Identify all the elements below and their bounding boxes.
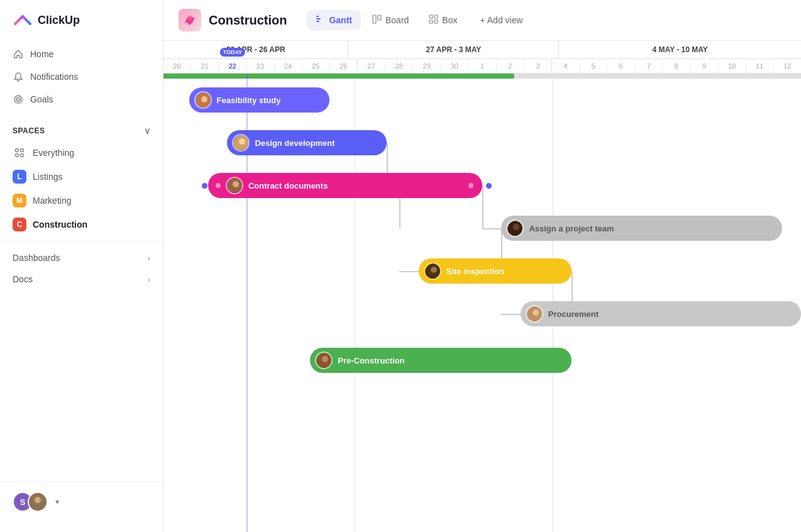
user-avatar-stack[interactable]: S bbox=[13, 492, 48, 512]
logo-area[interactable]: ClickUp bbox=[0, 10, 163, 43]
sidebar-item-construction[interactable]: C Construction bbox=[0, 213, 163, 236]
sidebar-item-marketing[interactable]: M Marketing bbox=[0, 189, 163, 213]
bar-design-avatar bbox=[232, 134, 250, 152]
sidebar-item-everything[interactable]: Everything bbox=[0, 141, 163, 165]
day-9: 9 bbox=[690, 59, 718, 73]
connector-h-procurement bbox=[501, 314, 520, 315]
bar-procurement[interactable]: Procurement bbox=[521, 301, 801, 326]
today-label: TODAY bbox=[220, 48, 246, 57]
svg-point-3 bbox=[16, 149, 19, 152]
spaces-section-header[interactable]: Spaces ∨ bbox=[0, 121, 163, 141]
bar-preconstruction-label: Pre-Construction bbox=[338, 356, 404, 365]
box-icon bbox=[429, 14, 438, 26]
svg-rect-12 bbox=[316, 21, 319, 22]
gantt-row-feasibility: Feasibility study bbox=[163, 79, 801, 121]
svg-rect-11 bbox=[316, 18, 321, 19]
bell-icon bbox=[13, 71, 24, 82]
day-7: 7 bbox=[635, 59, 663, 73]
project-title: Construction bbox=[209, 13, 287, 28]
spaces-chevron-icon: ∨ bbox=[144, 126, 151, 136]
tab-board[interactable]: Board bbox=[363, 10, 417, 30]
connector-h-site bbox=[399, 271, 418, 272]
bar-contract-label: Contract documents bbox=[248, 181, 328, 191]
bar-preconstruction[interactable]: Pre-Construction bbox=[310, 348, 572, 373]
sidebar-item-listings[interactable]: L Listings bbox=[0, 165, 163, 189]
svg-point-24 bbox=[233, 181, 239, 187]
svg-point-30 bbox=[533, 309, 539, 316]
gantt-row-procurement: Procurement bbox=[163, 292, 801, 335]
connector-h-assign bbox=[482, 228, 501, 230]
nav-notifications-label: Notifications bbox=[30, 72, 78, 82]
nav-home-label: Home bbox=[30, 49, 53, 59]
bar-contract-dot-right bbox=[486, 183, 492, 189]
nav-home[interactable]: Home bbox=[5, 43, 158, 65]
day-22-today: 22 TODAY bbox=[219, 59, 246, 73]
sidebar-extra-sections: Dashboards › Docs › bbox=[0, 241, 163, 290]
sidebar-bottom: S ▾ bbox=[0, 481, 163, 522]
gantt-body: Feasibility study Design development bbox=[163, 79, 801, 532]
bar-contract-avatar bbox=[226, 177, 243, 194]
construction-dot: C bbox=[13, 218, 26, 231]
bar-design[interactable]: Design development bbox=[227, 130, 387, 155]
svg-point-5 bbox=[16, 154, 19, 157]
day-8: 8 bbox=[663, 59, 690, 73]
progress-bar-fill bbox=[163, 74, 514, 79]
bar-site-label: Site inspection bbox=[446, 267, 504, 276]
day-5: 5 bbox=[580, 59, 607, 73]
main-content: Construction Gantt bbox=[163, 0, 801, 532]
tab-box[interactable]: Box bbox=[420, 10, 466, 30]
bar-assign[interactable]: Assign a project team bbox=[501, 216, 782, 241]
sidebar-item-construction-label: Construction bbox=[33, 219, 87, 230]
tab-box-label: Box bbox=[442, 15, 457, 25]
svg-point-2 bbox=[18, 99, 19, 100]
sidebar-item-marketing-label: Marketing bbox=[33, 196, 71, 206]
sidebar-item-everything-label: Everything bbox=[33, 148, 74, 158]
svg-point-32 bbox=[322, 356, 328, 362]
bar-contract-dot-left bbox=[202, 183, 207, 189]
bar-feasibility[interactable]: Feasibility study bbox=[189, 87, 329, 113]
day-25: 25 bbox=[302, 59, 330, 73]
dashboards-chevron-icon: › bbox=[148, 253, 150, 263]
bar-contract-handle-left bbox=[216, 183, 221, 188]
user-dropdown-icon[interactable]: ▾ bbox=[55, 497, 59, 506]
bar-contract[interactable]: Contract documents bbox=[208, 173, 482, 198]
gantt-row-site: Site inspection bbox=[163, 250, 801, 292]
gantt-period-row: 20 APR - 26 APR 27 APR - 3 MAY 4 MAY - 1… bbox=[163, 41, 801, 59]
day-11: 11 bbox=[746, 59, 774, 73]
top-header: Construction Gantt bbox=[163, 0, 801, 41]
svg-point-20 bbox=[201, 96, 207, 103]
tab-gantt[interactable]: Gantt bbox=[307, 10, 361, 30]
svg-point-22 bbox=[239, 138, 245, 145]
bar-contract-handle-right bbox=[468, 183, 473, 188]
main-nav: Home Notifications Goals bbox=[0, 43, 163, 111]
nav-goals[interactable]: Goals bbox=[5, 88, 158, 111]
day-27: 27 bbox=[358, 59, 385, 73]
svg-point-6 bbox=[21, 154, 24, 157]
period-apr20-26: 20 APR - 26 APR bbox=[163, 41, 348, 58]
today-progress-marker bbox=[246, 74, 248, 79]
day-12: 12 bbox=[774, 59, 801, 73]
bar-feasibility-label: Feasibility study bbox=[217, 96, 281, 105]
project-icon bbox=[179, 9, 201, 31]
dashboards-label: Dashboards bbox=[13, 253, 60, 263]
svg-rect-18 bbox=[434, 20, 438, 23]
day-29: 29 bbox=[413, 59, 441, 73]
svg-point-28 bbox=[431, 267, 437, 273]
sidebar-docs[interactable]: Docs › bbox=[0, 269, 163, 290]
sidebar-item-listings-label: Listings bbox=[33, 172, 62, 182]
add-view-button[interactable]: + Add view bbox=[471, 11, 531, 30]
progress-bar-container bbox=[163, 74, 801, 79]
day-10: 10 bbox=[719, 59, 746, 73]
listings-dot: L bbox=[13, 170, 26, 184]
sidebar-dashboards[interactable]: Dashboards › bbox=[0, 247, 163, 269]
connector-contract-assign bbox=[482, 186, 483, 228]
nav-notifications[interactable]: Notifications bbox=[5, 65, 158, 88]
svg-point-4 bbox=[21, 149, 24, 152]
marketing-dot: M bbox=[13, 194, 26, 208]
day-26: 26 bbox=[330, 59, 358, 73]
bar-feasibility-avatar bbox=[194, 91, 212, 109]
bar-site-avatar bbox=[424, 262, 441, 280]
period-may4-10: 4 MAY - 10 MAY bbox=[559, 41, 801, 58]
bar-site[interactable]: Site inspection bbox=[419, 258, 572, 284]
svg-rect-10 bbox=[316, 16, 319, 17]
